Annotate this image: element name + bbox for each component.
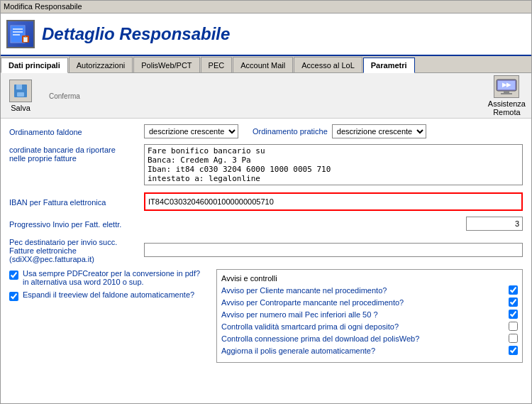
- svg-rect-12: [504, 91, 509, 93]
- avvisi-label-5: Aggiorna il polis generale automaticamen…: [221, 346, 509, 355]
- checkbox-treeview-label: Espandi il treeview del faldone automati…: [23, 290, 194, 299]
- checkbox-treeview[interactable]: [9, 292, 18, 301]
- avvisi-title: Avvisi e controlli: [221, 274, 518, 283]
- tab-account-mail[interactable]: Account Mail: [233, 57, 293, 72]
- svg-rect-13: [501, 93, 512, 94]
- progressivo-row: Progressivo Invio per Fatt. elettr.: [9, 217, 523, 231]
- tab-accesso-lol-label: Accesso al LoL: [301, 61, 355, 70]
- svg-rect-8: [16, 84, 22, 89]
- avvisi-check-5[interactable]: [509, 346, 518, 355]
- progressivo-label: Progressivo Invio per Fatt. elettr.: [9, 219, 144, 229]
- avvisi-label-3: Controlla validità smartcard prima di og…: [221, 322, 509, 331]
- tab-pec-label: PEC: [209, 61, 225, 70]
- remote-label: AssistenzaRemota: [488, 99, 526, 116]
- main-window: Modifica Responsabile 📋 Dettaglio Respon…: [0, 0, 532, 404]
- progressivo-control: [144, 217, 523, 231]
- tab-autorizzazioni[interactable]: Autorizzazioni: [69, 57, 133, 72]
- pec-control: [144, 243, 523, 257]
- tab-poliswebpct[interactable]: PolisWeb/PCT: [133, 57, 199, 72]
- pec-input[interactable]: [144, 243, 523, 257]
- progressivo-input[interactable]: [466, 217, 523, 231]
- content-area: Ordinamento faldone descrizione crescent…: [1, 119, 531, 403]
- iban-input-wrapper: [144, 192, 523, 211]
- avvisi-item-4: Controlla connessione prima del download…: [221, 334, 518, 343]
- coordinate-row: cordinate bancarie da riportarenelle pro…: [9, 144, 523, 187]
- remote-assistance-button[interactable]: ▶▶ AssistenzaRemota: [488, 75, 526, 116]
- svg-text:▶▶: ▶▶: [502, 82, 511, 88]
- avvisi-check-1[interactable]: [509, 297, 518, 307]
- avvisi-item-0: Avviso per Cliente mancante nel procedim…: [221, 285, 518, 295]
- avvisi-item-2: Avviso per numero mail Pec inferiori all…: [221, 310, 518, 319]
- avvisi-check-0[interactable]: [509, 285, 518, 295]
- avvisi-check-4[interactable]: [509, 334, 518, 343]
- svg-rect-2: [13, 28, 23, 30]
- pec-label: Pec destinatario per invio succ.Fatture …: [9, 236, 144, 263]
- tab-autorizzazioni-label: Autorizzazioni: [77, 61, 125, 70]
- tab-poliswebpct-label: PolisWeb/PCT: [141, 61, 192, 70]
- avvisi-item-3: Controlla validità smartcard prima di og…: [221, 322, 518, 331]
- avvisi-box: Avvisi e controlli Avviso per Cliente ma…: [216, 269, 523, 363]
- window-title: Modifica Responsabile: [4, 2, 82, 11]
- ordinamento-pratiche-label: Ordinamento pratiche: [253, 127, 328, 136]
- coordinate-label: cordinate bancarie da riportarenelle pro…: [9, 144, 144, 163]
- remote-icon: ▶▶: [494, 75, 519, 98]
- save-button[interactable]: Salva: [6, 77, 35, 115]
- title-bar: Modifica Responsabile: [1, 1, 531, 13]
- tab-parametri-label: Parametri: [371, 61, 407, 70]
- avvisi-label-0: Avviso per Cliente mancante nel procedim…: [221, 286, 509, 295]
- tab-account-mail-label: Account Mail: [240, 61, 285, 70]
- toolbar: Salva Conferma ▶▶ AssistenzaRemota: [1, 73, 531, 119]
- tabs-bar: Dati principali Autorizzazioni PolisWeb/…: [1, 56, 531, 73]
- save-icon: [9, 80, 32, 102]
- svg-rect-9: [17, 92, 24, 97]
- avvisi-check-2[interactable]: [509, 310, 518, 319]
- checkbox-pdf[interactable]: [9, 271, 18, 280]
- tab-dati-principali[interactable]: Dati principali: [1, 58, 68, 73]
- coordinate-control: Fare bonifico bancario su Banca: Credem …: [144, 144, 523, 187]
- avvisi-label-2: Avviso per numero mail Pec inferiori all…: [221, 310, 509, 319]
- ordinamento-select[interactable]: descrizione crescente data crescente dat…: [144, 124, 238, 138]
- checkbox-pdf-item: Usa sempre PDFCreator per la conversione…: [9, 269, 208, 286]
- avvisi-label-4: Controlla connessione prima del download…: [221, 334, 509, 343]
- remote-assistance-area: ▶▶ AssistenzaRemota: [488, 75, 526, 116]
- tab-accesso-lol[interactable]: Accesso al LoL: [294, 57, 362, 72]
- iban-label: IBAN per Fattura elettronica: [9, 197, 144, 207]
- save-label: Salva: [11, 104, 31, 112]
- avvisi-item-5: Aggiorna il polis generale automaticamen…: [221, 346, 518, 355]
- ordinamento-pratiche-select[interactable]: descrizione crescente data crescente dat…: [332, 124, 426, 138]
- pec-row: Pec destinatario per invio succ.Fatture …: [9, 236, 523, 263]
- checkbox-pdf-label: Usa sempre PDFCreator per la conversione…: [23, 269, 208, 286]
- header-icon-inner: 📋: [9, 23, 32, 45]
- iban-input[interactable]: [145, 194, 521, 209]
- ordinamento-row: Ordinamento faldone descrizione crescent…: [9, 124, 523, 138]
- coordinate-textarea[interactable]: Fare bonifico bancario su Banca: Credem …: [144, 144, 523, 185]
- page-title: Dettaglio Responsabile: [42, 24, 230, 44]
- left-checks: Usa sempre PDFCreator per la conversione…: [9, 269, 208, 363]
- confirm-label: Conferma: [49, 92, 80, 100]
- avvisi-item-1: Avviso per Controparte mancante nel proc…: [221, 297, 518, 307]
- avvisi-label-1: Avviso per Controparte mancante nel proc…: [221, 298, 509, 307]
- svg-rect-4: [13, 34, 20, 36]
- right-avvisi: Avvisi e controlli Avviso per Cliente ma…: [216, 269, 523, 363]
- tab-pec[interactable]: PEC: [201, 57, 233, 72]
- checkbox-treeview-item: Espandi il treeview del faldone automati…: [9, 290, 208, 301]
- ordinamento-label: Ordinamento faldone: [9, 126, 144, 136]
- svg-text:📋: 📋: [22, 36, 29, 43]
- iban-row: IBAN per Fattura elettronica: [9, 192, 523, 211]
- tab-parametri[interactable]: Parametri: [363, 58, 415, 73]
- header-icon: 📋: [6, 20, 35, 48]
- header-area: 📋 Dettaglio Responsabile: [1, 13, 531, 56]
- svg-rect-3: [13, 31, 23, 33]
- tab-dati-principali-label: Dati principali: [9, 61, 60, 70]
- avvisi-check-3[interactable]: [509, 322, 518, 331]
- bottom-section: Usa sempre PDFCreator per la conversione…: [9, 269, 523, 363]
